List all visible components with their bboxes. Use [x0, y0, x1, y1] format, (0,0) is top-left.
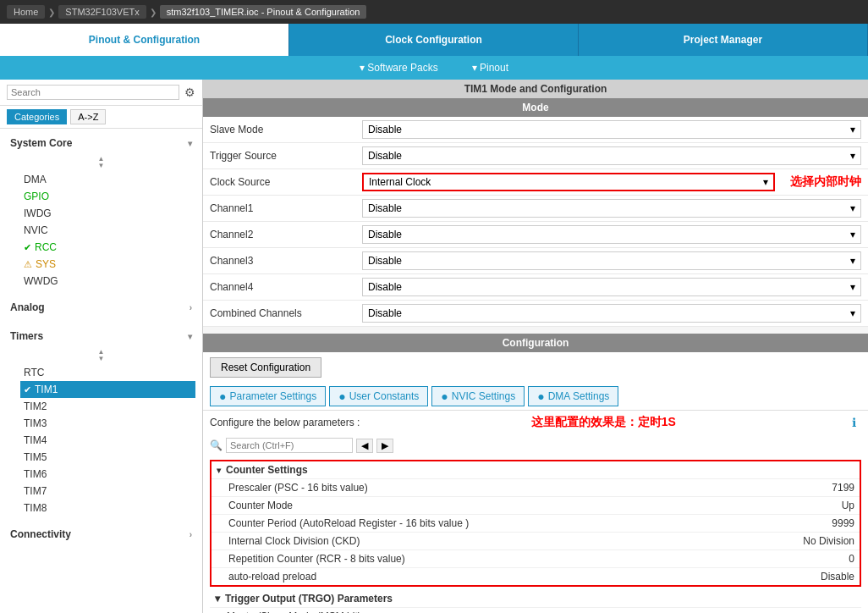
mode-section: Slave Mode Disable ▾ Trigger Source Disa… [203, 117, 868, 327]
sidebar-item-gpio[interactable]: GPIO [20, 188, 195, 205]
sidebar-item-rcc[interactable]: ✔ RCC [20, 239, 195, 256]
rcr-name: Repetition Counter (RCR - 8 bits value) [228, 553, 849, 565]
sidebar-item-tim4[interactable]: TIM4 [20, 432, 195, 449]
sidebar-item-tim2[interactable]: TIM2 [20, 398, 195, 415]
channel3-value[interactable]: Disable ▾ [362, 251, 861, 270]
sidebar-item-dma[interactable]: DMA [20, 171, 195, 188]
timer-annotation: 这里配置的效果是：定时1S [531, 415, 676, 430]
timers-sort-down[interactable]: ▼ [98, 356, 105, 362]
mode-section-title: TIM1 Mode and Configuration [203, 80, 868, 98]
trigger-output-arrow: ▾ [215, 593, 220, 605]
param-rcr: Repetition Counter (RCR - 8 bits value) … [212, 549, 860, 567]
title-bar: Home ❯ STM32F103VETx ❯ stm32f103_TIMER.i… [0, 0, 868, 24]
sidebar-item-tim1[interactable]: ✔ TIM1 [20, 381, 195, 398]
sub-nav: ▾ Software Packs ▾ Pinout [0, 56, 868, 80]
crumb-device[interactable]: STM32F103VETx [58, 5, 146, 19]
counter-period-name: Counter Period (AutoReload Register - 16… [228, 517, 832, 529]
crumb-arrow-1: ❯ [48, 8, 55, 17]
nvic-settings-dot: ● [441, 389, 448, 403]
sort-down-icon[interactable]: ▼ [98, 163, 105, 169]
sidebar-item-nvic[interactable]: NVIC [20, 222, 195, 239]
group-system-core[interactable]: System Core ▾ [7, 132, 195, 154]
info-icon[interactable]: ℹ [847, 414, 861, 431]
channel2-value[interactable]: Disable ▾ [362, 225, 861, 244]
param-settings-dot: ● [219, 389, 226, 403]
tab-parameter-settings[interactable]: ● Parameter Settings [210, 386, 326, 406]
crumb-file[interactable]: stm32f103_TIMER.ioc - Pinout & Configura… [160, 5, 367, 19]
group-timers-label: Timers [10, 330, 43, 342]
trigger-source-value[interactable]: Disable ▾ [362, 146, 861, 165]
slave-mode-label: Slave Mode [210, 124, 362, 135]
row-channel4: Channel4 Disable ▾ [203, 274, 868, 301]
group-system-core-arrow: ▾ [188, 139, 192, 148]
group-system-core-label: System Core [10, 137, 72, 149]
counter-settings-header[interactable]: ▾ Counter Settings [212, 461, 860, 478]
auto-reload-name: auto-reload preload [228, 571, 821, 583]
group-analog-label: Analog [10, 301, 45, 313]
group-timers-arrow: ▾ [188, 332, 192, 341]
trigger-msm-item: Master/Slave Mode (MSM bit) Disable (Tri… [210, 607, 861, 613]
params-search-input[interactable] [226, 438, 353, 453]
sidebar-item-rtc[interactable]: RTC [20, 364, 195, 381]
sidebar-item-tim6[interactable]: TIM6 [20, 466, 195, 483]
rcc-label: RCC [35, 241, 57, 253]
sidebar-item-wwdg[interactable]: WWDG [20, 273, 195, 290]
sidebar-item-sys[interactable]: ⚠ SYS [20, 256, 195, 273]
rtc-label: RTC [24, 367, 44, 378]
group-timers[interactable]: Timers ▾ [7, 325, 195, 347]
channel1-value[interactable]: Disable ▾ [362, 199, 861, 218]
crumb-home[interactable]: Home [7, 5, 45, 19]
sidebar-item-iwdg[interactable]: IWDG [20, 205, 195, 222]
tab-project[interactable]: Project Manager [579, 24, 868, 56]
search-params-icon: 🔍 [210, 439, 222, 451]
tab-nvic-settings[interactable]: ● NVIC Settings [431, 386, 525, 406]
group-analog[interactable]: Analog › [7, 296, 195, 318]
group-connectivity-label: Connectivity [10, 528, 71, 540]
ckd-value[interactable]: No Division [803, 535, 854, 547]
params-nav-next[interactable]: ▶ [376, 439, 393, 453]
ckd-name: Internal Clock Division (CKD) [228, 535, 803, 547]
counter-mode-value[interactable]: Up [842, 500, 854, 511]
user-constants-label: User Constants [349, 390, 420, 402]
channel4-value[interactable]: Disable ▾ [362, 278, 861, 296]
group-connectivity[interactable]: Connectivity › [7, 523, 195, 545]
tab-categories[interactable]: Categories [7, 109, 67, 124]
reset-config-button[interactable]: Reset Configuration [210, 357, 321, 378]
row-channel2: Channel2 Disable ▾ [203, 222, 868, 248]
auto-reload-value[interactable]: Disable [821, 571, 854, 583]
prescaler-value[interactable]: 7199 [832, 482, 854, 494]
sidebar-section-timers: Timers ▾ ▲ ▼ RTC ✔ TIM1 TIM2 TIM3 TIM4 T… [0, 322, 202, 520]
params-header: Configure the below parameters : 这里配置的效果… [203, 411, 868, 434]
group-analog-arrow: › [190, 303, 192, 312]
tab-dma-settings[interactable]: ● DMA Settings [528, 386, 618, 406]
subnav-software-packs[interactable]: ▾ Software Packs [360, 62, 438, 74]
slave-mode-value[interactable]: Disable ▾ [362, 120, 861, 139]
param-ckd: Internal Clock Division (CKD) No Divisio… [212, 532, 860, 549]
tab-user-constants[interactable]: ● User Constants [329, 386, 428, 406]
counter-settings-arrow: ▾ [217, 466, 221, 475]
prescaler-name: Prescaler (PSC - 16 bits value) [228, 482, 832, 494]
rcr-value[interactable]: 0 [849, 553, 854, 565]
channel1-dropdown-icon: ▾ [850, 202, 855, 214]
clock-source-value[interactable]: Internal Clock ▾ [362, 173, 775, 191]
params-nav-prev[interactable]: ◀ [356, 439, 373, 453]
sidebar-item-tim7[interactable]: TIM7 [20, 483, 195, 500]
sidebar-section-system-core: System Core ▾ ▲ ▼ DMA GPIO IWDG NVIC [0, 129, 202, 293]
counter-period-value[interactable]: 9999 [832, 517, 854, 529]
tab-pinout[interactable]: Pinout & Configuration [0, 24, 289, 56]
sys-warn-icon: ⚠ [24, 259, 32, 270]
sidebar-item-tim5[interactable]: TIM5 [20, 449, 195, 466]
trigger-output-header[interactable]: ▾ Trigger Output (TRGO) Parameters [210, 590, 861, 607]
channel3-label: Channel3 [210, 255, 362, 267]
gear-icon[interactable]: ⚙ [184, 86, 195, 99]
sidebar-item-tim3[interactable]: TIM3 [20, 415, 195, 432]
clock-annotation: 选择内部时钟 [790, 174, 861, 190]
sidebar-item-tim8[interactable]: TIM8 [20, 500, 195, 516]
tab-clock[interactable]: Clock Configuration [289, 24, 579, 56]
combined-channels-value[interactable]: Disable ▾ [362, 304, 861, 323]
row-slave-mode: Slave Mode Disable ▾ [203, 117, 868, 143]
tab-atoz[interactable]: A->Z [70, 109, 106, 124]
nvic-settings-label: NVIC Settings [452, 390, 515, 402]
search-input[interactable] [7, 85, 179, 100]
subnav-pinout[interactable]: ▾ Pinout [472, 62, 508, 74]
